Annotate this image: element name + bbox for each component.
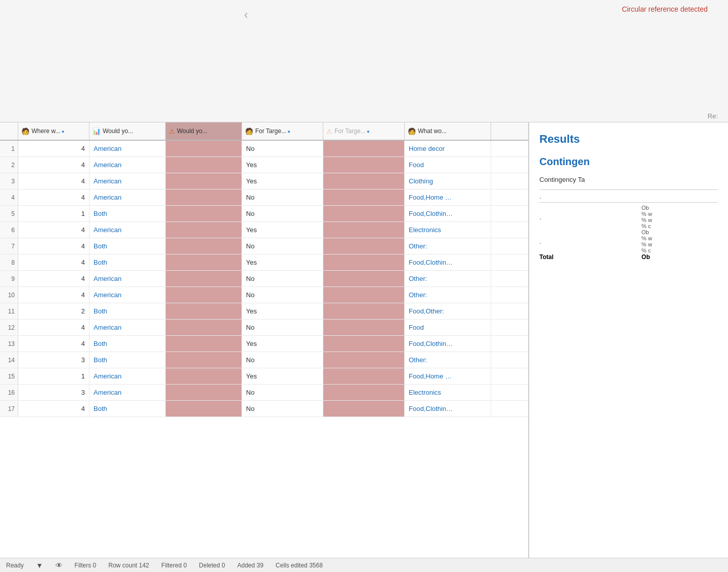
cell-row5-col4[interactable] [323, 206, 405, 221]
cell-row6-col0[interactable]: 4 [18, 222, 89, 238]
cell-row15-col1[interactable]: American [89, 368, 166, 384]
cell-row7-col5[interactable]: Other: [405, 238, 491, 254]
cell-row4-col4[interactable] [323, 189, 405, 205]
cell-row2-col4[interactable] [323, 157, 405, 173]
cell-row10-col3[interactable]: No [242, 287, 323, 303]
table-row[interactable]: 44AmericanNoFood,Home … [0, 189, 528, 206]
cell-row6-col2[interactable] [166, 222, 242, 238]
col-header-4[interactable]: ⚠ For Targe... ● [323, 122, 405, 140]
cell-row7-col2[interactable] [166, 238, 242, 254]
cell-row3-col0[interactable]: 4 [18, 173, 89, 189]
cell-row3-col5[interactable]: Clothing [405, 173, 491, 189]
table-row[interactable]: 134BothYesFood,Clothin… [0, 336, 528, 352]
table-row[interactable]: 163AmericanNoElectronics [0, 385, 528, 401]
cell-row10-col0[interactable]: 4 [18, 287, 89, 303]
cell-row15-col0[interactable]: 1 [18, 368, 89, 384]
cell-row9-col4[interactable] [323, 271, 405, 287]
table-row[interactable]: 64AmericanYesElectronics [0, 222, 528, 238]
cell-row7-col3[interactable]: No [242, 238, 323, 254]
cell-row8-col5[interactable]: Food,Clothin… [405, 255, 491, 270]
cell-row11-col1[interactable]: Both [89, 303, 166, 319]
cell-row5-col1[interactable]: Both [89, 206, 166, 221]
cell-row10-col1[interactable]: American [89, 287, 166, 303]
cell-row17-col5[interactable]: Food,Clothin… [405, 401, 491, 417]
table-row[interactable]: 14AmericanNoHome decor [0, 141, 528, 157]
cell-row17-col3[interactable]: No [242, 401, 323, 417]
cell-row1-col4[interactable] [323, 141, 405, 156]
status-filter-icon[interactable]: ▼ [36, 561, 43, 569]
cell-row8-col3[interactable]: Yes [242, 255, 323, 270]
cell-row9-col5[interactable]: Other: [405, 271, 491, 287]
table-row[interactable]: 51BothNoFood,Clothin… [0, 206, 528, 222]
table-row[interactable]: 112BothYesFood,Other: [0, 303, 528, 320]
col-header-5[interactable]: 🧑 What wo... [405, 122, 491, 140]
cell-row5-col3[interactable]: No [242, 206, 323, 221]
cell-row16-col1[interactable]: American [89, 385, 166, 400]
cell-row9-col0[interactable]: 4 [18, 271, 89, 287]
cell-row11-col5[interactable]: Food,Other: [405, 303, 491, 319]
cell-row1-col3[interactable]: No [242, 141, 323, 156]
cell-row3-col1[interactable]: American [89, 173, 166, 189]
cell-row2-col2[interactable] [166, 157, 242, 173]
table-row[interactable]: 104AmericanNoOther: [0, 287, 528, 303]
col-header-3[interactable]: 🧑 For Targe... ● [242, 122, 323, 140]
table-row[interactable]: 143BothNoOther: [0, 352, 528, 368]
cell-row4-col0[interactable]: 4 [18, 189, 89, 205]
cell-row13-col0[interactable]: 4 [18, 336, 89, 352]
cell-row12-col0[interactable]: 4 [18, 320, 89, 335]
cell-row7-col4[interactable] [323, 238, 405, 254]
cell-row6-col1[interactable]: American [89, 222, 166, 238]
cell-row2-col3[interactable]: Yes [242, 157, 323, 173]
cell-row13-col2[interactable] [166, 336, 242, 352]
cell-row13-col3[interactable]: Yes [242, 336, 323, 352]
cell-row16-col4[interactable] [323, 385, 405, 400]
cell-row1-col0[interactable]: 4 [18, 141, 89, 156]
cell-row8-col0[interactable]: 4 [18, 255, 89, 270]
cell-row14-col4[interactable] [323, 352, 405, 368]
cell-row2-col5[interactable]: Food [405, 157, 491, 173]
cell-row12-col2[interactable] [166, 320, 242, 335]
col-header-1[interactable]: 📊 Would yo... [89, 122, 166, 140]
cell-row9-col1[interactable]: American [89, 271, 166, 287]
table-row[interactable]: 84BothYesFood,Clothin… [0, 255, 528, 271]
col-header-0[interactable]: 🧑 Where w... ● [18, 122, 89, 140]
back-arrow[interactable]: ‹ [244, 8, 248, 22]
table-row[interactable]: 74BothNoOther: [0, 238, 528, 255]
cell-row5-col0[interactable]: 1 [18, 206, 89, 221]
cell-row17-col0[interactable]: 4 [18, 401, 89, 417]
cell-row2-col1[interactable]: American [89, 157, 166, 173]
cell-row11-col3[interactable]: Yes [242, 303, 323, 319]
cell-row12-col5[interactable]: Food [405, 320, 491, 335]
cell-row13-col5[interactable]: Food,Clothin… [405, 336, 491, 352]
table-row[interactable]: 34AmericanYesClothing [0, 173, 528, 189]
cell-row10-col5[interactable]: Other: [405, 287, 491, 303]
cell-row9-col2[interactable] [166, 271, 242, 287]
cell-row16-col5[interactable]: Electronics [405, 385, 491, 400]
cell-row14-col2[interactable] [166, 352, 242, 368]
cell-row12-col4[interactable] [323, 320, 405, 335]
cell-row14-col3[interactable]: No [242, 352, 323, 368]
cell-row12-col3[interactable]: No [242, 320, 323, 335]
cell-row17-col2[interactable] [166, 401, 242, 417]
cell-row11-col2[interactable] [166, 303, 242, 319]
cell-row7-col1[interactable]: Both [89, 238, 166, 254]
cell-row14-col5[interactable]: Other: [405, 352, 491, 368]
cell-row15-col5[interactable]: Food,Home … [405, 368, 491, 384]
status-eye-icon[interactable]: 👁 [55, 561, 63, 569]
cell-row8-col4[interactable] [323, 255, 405, 270]
cell-row10-col4[interactable] [323, 287, 405, 303]
cell-row1-col2[interactable] [166, 141, 242, 156]
cell-row15-col2[interactable] [166, 368, 242, 384]
cell-row3-col2[interactable] [166, 173, 242, 189]
cell-row16-col0[interactable]: 3 [18, 385, 89, 400]
table-row[interactable]: 94AmericanNoOther: [0, 271, 528, 287]
cell-row8-col2[interactable] [166, 255, 242, 270]
cell-row4-col1[interactable]: American [89, 189, 166, 205]
cell-row16-col2[interactable] [166, 385, 242, 400]
cell-row1-col5[interactable]: Home decor [405, 141, 491, 156]
cell-row17-col4[interactable] [323, 401, 405, 417]
cell-row8-col1[interactable]: Both [89, 255, 166, 270]
cell-row6-col4[interactable] [323, 222, 405, 238]
col-header-2[interactable]: ⚠ Would yo... [166, 122, 242, 140]
cell-row4-col3[interactable]: No [242, 189, 323, 205]
